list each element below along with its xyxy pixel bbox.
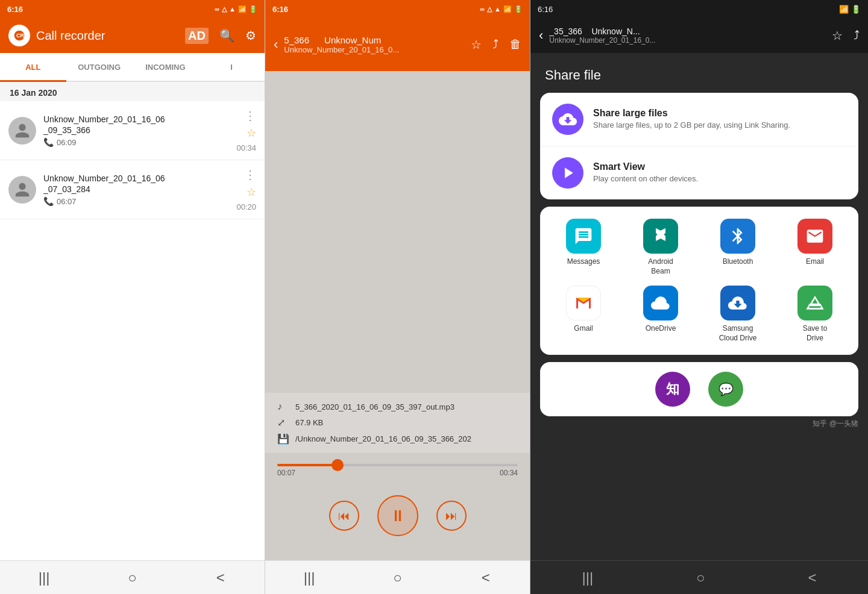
star-icon-2[interactable]: ☆ bbox=[247, 186, 256, 199]
avatar-1 bbox=[8, 117, 36, 145]
app-item-androidbeam[interactable]: AndroidBeam bbox=[627, 219, 694, 276]
app-header-icons: AD 🔍 ⚙ bbox=[185, 28, 256, 44]
nav-back-p1[interactable]: < bbox=[206, 563, 236, 593]
total-time: 00:34 bbox=[500, 469, 518, 477]
gmail-label: Gmail bbox=[574, 324, 593, 334]
panel-call-recorder: 6:16 ∞ △ ▲ 📶 🔋 CR Call recorder AD 🔍 ⚙ A… bbox=[0, 0, 265, 594]
delete-icon[interactable]: 🗑 bbox=[509, 37, 521, 52]
app-logo: CR bbox=[8, 25, 30, 46]
more-apps-row: 知 💬 bbox=[540, 362, 858, 416]
nav-menu-p1[interactable]: ||| bbox=[29, 563, 59, 593]
onedrive-label: OneDrive bbox=[646, 324, 676, 334]
player-title: 5_366 Unknow_Num Unknow_Number_20_01_16_… bbox=[284, 35, 465, 54]
app-item-bluetooth[interactable]: Bluetooth bbox=[704, 219, 772, 276]
file-path-row: 💾 /Unknow_Number_20_01_16_06_09_35_366_2… bbox=[277, 431, 518, 447]
more-icon-1[interactable]: ⋮ bbox=[244, 108, 256, 123]
share-header-title: _35_366 Unknow_N... Unknow_Number_20_01_… bbox=[549, 27, 826, 45]
panel-share: 6:16 📶 🔋 ‹ _35_366 Unknow_N... Unknow_Nu… bbox=[530, 0, 868, 594]
share-large-files-desc: Share large files, up to 2 GB per day, u… bbox=[593, 120, 846, 131]
file-name-row: ♪ 5_366_2020_01_16_06_09_35_397_out.mp3 bbox=[277, 399, 518, 414]
back-button-p3[interactable]: ‹ bbox=[539, 28, 543, 43]
player-title-bottom: Unknow_Number_20_01_16_0... bbox=[284, 45, 465, 54]
nav-home-p3[interactable]: ○ bbox=[696, 569, 705, 586]
player-content: ♪ 5_366_2020_01_16_06_09_35_397_out.mp3 … bbox=[265, 71, 530, 560]
forward-button[interactable]: ⏭ bbox=[436, 501, 467, 531]
share-icon-p3[interactable]: ⤴ bbox=[854, 28, 860, 43]
apps-grid: Messages AndroidBeam Bluetooth bbox=[550, 219, 849, 343]
app-item-gmail[interactable]: Gmail bbox=[550, 286, 617, 343]
app-item-zhihu[interactable]: 知 bbox=[655, 372, 690, 407]
file-size: 67.9 KB bbox=[295, 418, 323, 427]
back-button-p2[interactable]: ‹ bbox=[274, 37, 278, 52]
status-time-p2: 6:16 bbox=[272, 5, 288, 14]
tab-incoming[interactable]: INCOMING bbox=[133, 54, 199, 82]
tab-all[interactable]: ALL bbox=[0, 54, 66, 82]
app-item-savedrive[interactable]: Save toDrive bbox=[781, 286, 849, 343]
nav-home-p2[interactable]: ○ bbox=[382, 563, 412, 593]
call-item-1[interactable]: Unknow_Number_20_01_16_06_09_35_366 📞 06… bbox=[0, 101, 265, 160]
nav-back-p2[interactable]: < bbox=[471, 563, 501, 593]
share-large-files-option[interactable]: Share large files Share large files, up … bbox=[540, 93, 858, 146]
messages-label: Messages bbox=[567, 257, 600, 267]
search-icon[interactable]: 🔍 bbox=[219, 28, 234, 43]
bookmark-icon-p3[interactable]: ☆ bbox=[832, 28, 843, 43]
settings-icon[interactable]: ⚙ bbox=[245, 28, 256, 43]
samsungcloud-app-icon bbox=[720, 286, 755, 320]
progress-bar[interactable] bbox=[277, 464, 518, 466]
tab-misc[interactable]: I bbox=[198, 54, 265, 82]
zhihu-app-icon: 知 bbox=[655, 372, 690, 407]
avatar-2 bbox=[8, 176, 36, 204]
call-time-row-2: 📞 06:07 bbox=[43, 196, 229, 206]
duration-2: 00:20 bbox=[236, 202, 256, 211]
phone-icon-1: 📞 bbox=[43, 137, 54, 147]
nav-menu-p3[interactable]: ||| bbox=[582, 569, 593, 586]
nav-bar-p3: ||| ○ < bbox=[530, 560, 868, 594]
tabs-bar: ALL OUTGOING INCOMING I bbox=[0, 53, 265, 82]
app-item-samsungcloud[interactable]: SamsungCloud Drive bbox=[704, 286, 772, 343]
nav-home-p1[interactable]: ○ bbox=[117, 563, 147, 593]
file-name: 5_366_2020_01_16_06_09_35_397_out.mp3 bbox=[295, 402, 454, 411]
app-item-messages[interactable]: Messages bbox=[550, 219, 617, 276]
player-header: ‹ 5_366 Unknow_Num Unknow_Number_20_01_1… bbox=[265, 18, 530, 71]
share-large-files-title: Share large files bbox=[593, 108, 846, 119]
pause-button[interactable]: ⏸ bbox=[377, 495, 418, 536]
savedrive-label: Save toDrive bbox=[803, 324, 828, 343]
savedrive-app-icon bbox=[797, 286, 832, 320]
share-large-files-icon bbox=[552, 104, 583, 135]
progress-thumb[interactable] bbox=[332, 459, 344, 471]
app-item-onedrive[interactable]: OneDrive bbox=[627, 286, 694, 343]
save-icon: 💾 bbox=[277, 433, 289, 445]
tab-outgoing[interactable]: OUTGOING bbox=[66, 54, 133, 82]
rewind-button[interactable]: ⏮ bbox=[329, 501, 359, 531]
smart-view-option[interactable]: Smart View Play content on other devices… bbox=[540, 146, 858, 199]
nav-menu-p2[interactable]: ||| bbox=[294, 563, 324, 593]
date-header: 16 Jan 2020 bbox=[0, 82, 265, 101]
size-icon: ⤢ bbox=[277, 417, 289, 428]
status-time-p3: 6:16 bbox=[538, 5, 553, 14]
share-icon[interactable]: ⤴ bbox=[492, 37, 498, 52]
app-item-wechat[interactable]: 💬 bbox=[708, 372, 743, 407]
smart-view-desc: Play content on other devices. bbox=[593, 174, 846, 184]
share-panel-body: Share file Share large files Share large… bbox=[530, 53, 868, 560]
smart-view-title: Smart View bbox=[593, 161, 846, 172]
bookmark-icon[interactable]: ☆ bbox=[471, 37, 482, 52]
phone-icon-2: 📞 bbox=[43, 196, 54, 206]
more-icon-2[interactable]: ⋮ bbox=[244, 167, 256, 182]
call-item-2[interactable]: Unknow_Number_20_01_16_06_07_03_284 📞 06… bbox=[0, 160, 265, 219]
app-item-email[interactable]: Email bbox=[781, 219, 849, 276]
status-icons-p2: ∞ △ ▲ 📶 🔋 bbox=[480, 5, 523, 13]
music-icon: ♪ bbox=[277, 401, 289, 412]
file-info: ♪ 5_366_2020_01_16_06_09_35_397_out.mp3 … bbox=[265, 393, 530, 453]
svg-text:CR: CR bbox=[16, 33, 25, 39]
androidbeam-label: AndroidBeam bbox=[648, 257, 673, 276]
star-icon-1[interactable]: ☆ bbox=[247, 127, 256, 140]
player-header-icons: ☆ ⤴ 🗑 bbox=[471, 37, 521, 52]
email-app-icon bbox=[797, 219, 832, 254]
email-label: Email bbox=[806, 257, 824, 267]
status-icons-p3: 📶 🔋 bbox=[839, 5, 861, 14]
duration-1: 00:34 bbox=[236, 143, 256, 152]
call-name-2: Unknow_Number_20_01_16_06_07_03_284 bbox=[43, 173, 229, 195]
bluetooth-label: Bluetooth bbox=[723, 257, 753, 267]
nav-back-p3[interactable]: < bbox=[808, 569, 817, 586]
status-bar-panel2: 6:16 ∞ △ ▲ 📶 🔋 bbox=[265, 0, 530, 18]
